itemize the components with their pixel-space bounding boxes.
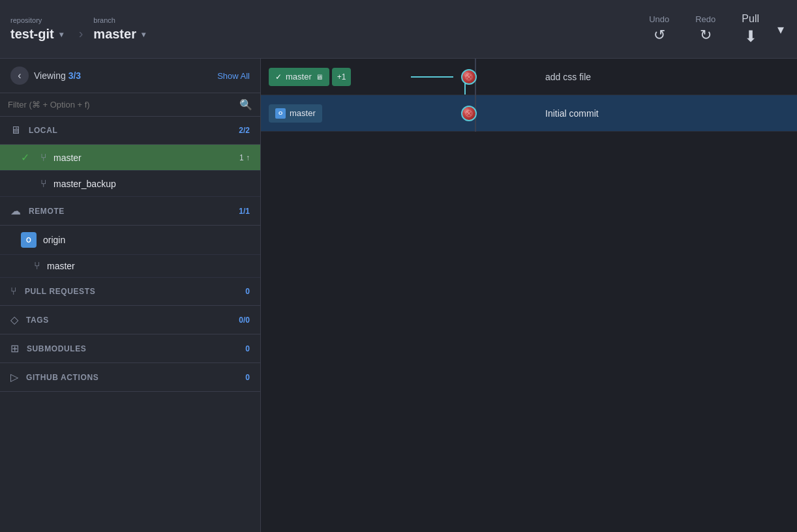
filter-bar: 🔍 [0, 93, 260, 117]
submodules-count: 0 [245, 344, 250, 353]
commit-area: ✓ master 🖥 +1 [261, 59, 797, 532]
actions-count: 0 [245, 373, 250, 382]
pr-icon: ⑂ [10, 286, 17, 297]
commit-row-1[interactable]: O master [261, 95, 797, 132]
check-icon-tag: ✓ [275, 72, 282, 81]
branch-icon-backup: ⑂ [40, 178, 47, 190]
local-title: LOCAL [29, 126, 57, 135]
origin-name: origin [43, 235, 250, 245]
commit-row-0[interactable]: ✓ master 🖥 +1 [261, 59, 797, 95]
commit-node-1 [461, 106, 477, 121]
undo-icon: ↺ [654, 27, 665, 44]
tags-title: TAGS [26, 316, 49, 325]
pull-requests-section-header: ⑂ PULL REQUESTS 0 [0, 278, 260, 306]
repo-value[interactable]: test-git ▾ [10, 27, 63, 42]
origin-icon: O [21, 232, 37, 248]
local-section-header: 🖥 LOCAL 2/2 [0, 117, 260, 145]
redo-icon: ↻ [700, 27, 712, 44]
branch-name-backup: master_backup [53, 179, 243, 189]
commit-message-1: Initial commit [535, 108, 609, 119]
local-count: 2/2 [239, 126, 250, 135]
branch-name-master: master [53, 153, 233, 163]
remote-section-header: ☁ REMOTE 1/1 [0, 197, 260, 226]
viewing-count: 3/3 [68, 70, 81, 81]
branch-badge-master: 1 ↑ [239, 153, 250, 162]
viewing-text: Viewing 3/3 [34, 70, 81, 81]
branch-tag-origin-master: O master [269, 104, 322, 123]
commit-node-icon-0 [464, 72, 474, 81]
branch-item-master[interactable]: ✓ ⑂ master 1 ↑ [0, 145, 260, 171]
commit-node-icon-1 [464, 109, 474, 118]
back-button[interactable]: ‹ [10, 66, 29, 85]
viewing-left: ‹ Viewing 3/3 [10, 66, 81, 85]
repo-label: repository [10, 16, 63, 24]
remote-master-name: master [47, 261, 250, 271]
branch-value[interactable]: master ▾ [93, 27, 145, 42]
origin-master-tag-label: master [290, 108, 316, 118]
branch-tag-master-local: ✓ master 🖥 [269, 68, 329, 86]
tags-count: 0/0 [239, 316, 250, 325]
pull-icon: ⬇ [744, 27, 757, 46]
commit-graph-0: ✓ master 🖥 +1 [261, 59, 535, 95]
show-all-button[interactable]: Show All [217, 71, 250, 81]
branch-icon: ⑂ [40, 152, 47, 164]
redo-button[interactable]: Redo ↻ [685, 9, 726, 49]
filter-input[interactable] [8, 100, 234, 110]
remote-icon: ☁ [10, 205, 21, 217]
commit-graph-1: O master [261, 95, 535, 132]
check-icon: ✓ [21, 151, 34, 164]
tags-icon: ◇ [10, 314, 18, 326]
branch-item-master-backup[interactable]: ✓ ⑂ master_backup [0, 171, 260, 197]
main-content: ‹ Viewing 3/3 Show All 🔍 🖥 LOCAL 2/2 ✓ [0, 59, 797, 532]
search-icon-button[interactable]: 🔍 [239, 98, 252, 111]
master-tag-label: master [286, 72, 312, 81]
github-actions-section-header: ▷ GITHUB ACTIONS 0 [0, 363, 260, 392]
pr-title: PULL REQUESTS [25, 287, 95, 296]
branch-section: branch master ▾ [93, 16, 145, 42]
remote-origin-item[interactable]: O origin [0, 226, 260, 255]
pull-button[interactable]: Pull ⬇ [731, 8, 770, 51]
monitor-icon: 🖥 [316, 73, 323, 81]
repo-name: test-git [10, 27, 54, 42]
topbar-separator: › [79, 26, 83, 41]
remote-count: 1/1 [239, 207, 250, 216]
viewing-bar: ‹ Viewing 3/3 Show All [0, 59, 260, 93]
remote-branch-master[interactable]: ⑂ master [0, 255, 260, 278]
undo-button[interactable]: Undo ↺ [639, 9, 680, 49]
pull-label: Pull [742, 13, 759, 25]
actions-title: GITHUB ACTIONS [26, 373, 98, 382]
plus-badge: +1 [332, 68, 352, 86]
origin-icon-small: O [275, 108, 286, 119]
tags-section-header: ◇ TAGS 0/0 [0, 306, 260, 334]
submodules-section-header: ⊞ SUBMODULES 0 [0, 334, 260, 363]
repo-dropdown-icon[interactable]: ▾ [59, 30, 63, 39]
branch-name: master [93, 27, 136, 42]
local-icon: 🖥 [10, 125, 21, 136]
remote-branch-icon: ⑂ [34, 260, 40, 272]
branch-label: branch [93, 16, 145, 24]
branch-dropdown-icon[interactable]: ▾ [142, 30, 145, 39]
pr-count: 0 [245, 287, 250, 296]
commit-message-0: add css file [535, 72, 601, 82]
repo-section: repository test-git ▾ [10, 16, 63, 42]
remote-title: REMOTE [29, 207, 65, 216]
submodules-title: SUBMODULES [27, 344, 86, 353]
commits-container: ✓ master 🖥 +1 [261, 59, 797, 132]
commit-node-0 [461, 69, 477, 85]
pull-dropdown-button[interactable]: ▾ [775, 16, 787, 42]
sidebar: ‹ Viewing 3/3 Show All 🔍 🖥 LOCAL 2/2 ✓ [0, 59, 261, 532]
undo-label: Undo [649, 14, 669, 24]
submodules-icon: ⊞ [10, 342, 19, 355]
redo-label: Redo [695, 14, 715, 24]
topbar-actions: Undo ↺ Redo ↻ Pull ⬇ ▾ [639, 8, 787, 51]
topbar: repository test-git ▾ › branch master ▾ … [0, 0, 797, 59]
actions-icon: ▷ [10, 371, 18, 383]
